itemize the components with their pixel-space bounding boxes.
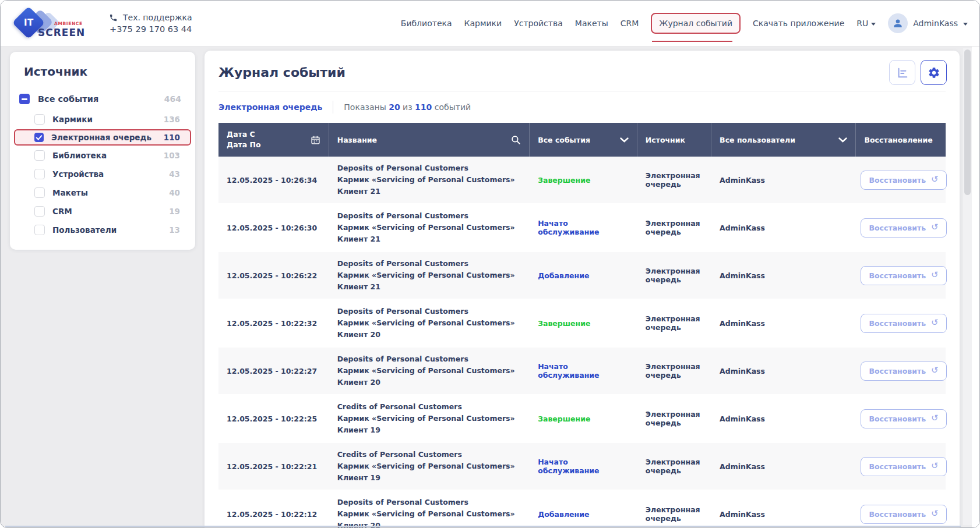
cell-source: Электронная очередь [637,309,711,338]
restore-icon: ↺ [931,318,939,327]
source-tree-item[interactable]: Электронная очередь 110 [14,129,191,146]
cell-user: AdminKass [711,265,856,286]
cell-name: Credits of Personal CustomersКармик «Ser… [329,395,530,442]
tree-item-count: 110 [164,133,180,142]
chevron-down-icon[interactable] [838,137,847,143]
header-event-dropdown[interactable]: Все события [530,123,637,157]
calendar-icon[interactable] [311,135,320,145]
chevron-down-icon[interactable] [620,137,629,143]
checkbox[interactable] [34,225,45,235]
restore-button[interactable]: Восстановить ↺ [861,171,946,190]
cell-name: Deposits of Personal CustomersКармик «Se… [329,491,530,528]
header-user-label: Все пользователи [720,136,795,144]
shown-count: 20 [389,102,400,112]
cell-event: Завершение [530,170,637,190]
user-menu[interactable]: AdminKass [888,13,968,33]
cell-event: Добавление [530,504,637,525]
nav-item-crm[interactable]: CRM [621,19,639,28]
table-row: 12.05.2025 - 10:22:27 Deposits of Person… [218,348,946,395]
checkbox[interactable] [34,187,45,198]
restore-button[interactable]: Восстановить ↺ [861,218,946,238]
restore-button[interactable]: Восстановить ↺ [861,457,946,476]
cell-restore: Восстановить ↺ [856,403,946,434]
total-count: 110 [415,102,432,112]
nav-item-active[interactable]: Журнал событий [651,13,741,34]
tree-item-count: 40 [169,188,180,197]
restore-button[interactable]: Восстановить ↺ [861,266,946,285]
cell-source: Электронная очередь [637,404,711,433]
nav-item-библиотека[interactable]: Библиотека [401,19,452,28]
header-name-search[interactable]: Название [329,123,530,157]
app-window: IT AMBIENCE SCREEN Тех. поддержка +375 2… [0,0,980,528]
checkbox[interactable] [34,150,45,161]
source-tree-item[interactable]: CRM 19 [14,203,191,220]
cell-name: Deposits of Personal CustomersКармик «Se… [329,157,530,203]
search-icon[interactable] [510,134,521,145]
tree-item-count: 13 [169,225,180,235]
event-log-panel: Журнал событий Электронная очередь [205,51,960,527]
nav-item-макеты[interactable]: Макеты [575,19,608,28]
cell-restore: Восстановить ↺ [856,260,946,291]
cell-user: AdminKass [711,170,856,190]
cell-event: Начато обслуживание [530,452,637,481]
cell-source: Электронная очередь [637,261,711,290]
header-date-filter[interactable]: Дата С Дата По [218,123,329,157]
language-selector[interactable]: RU [856,19,876,28]
vertical-scrollbar[interactable] [963,48,972,525]
restore-button[interactable]: Восстановить ↺ [861,409,946,428]
event-table: Дата С Дата По Название [218,123,946,528]
source-tree-item[interactable]: Макеты 40 [14,184,191,201]
checkbox[interactable] [34,114,45,125]
tree-item-label: Пользователи [52,225,161,235]
chevron-down-icon [871,23,876,26]
tree-root-all-events[interactable]: Все события 464 [10,90,195,110]
source-filter-panel: Источник Все события 464 Кармики 136 Эле… [10,52,195,250]
restore-button[interactable]: Восстановить ↺ [861,505,946,524]
scrollbar-thumb[interactable] [964,49,971,195]
chevron-down-icon [963,23,968,26]
restore-icon: ↺ [931,175,939,184]
restore-button[interactable]: Восстановить ↺ [861,314,946,333]
bottom-edge-line [5,526,961,527]
nav-item-устройства[interactable]: Устройства [514,19,563,28]
toolbar [889,60,947,85]
source-tree-item[interactable]: Библиотека 103 [14,147,191,164]
checkbox[interactable] [34,206,45,217]
checkbox[interactable] [34,169,45,179]
logo[interactable]: IT AMBIENCE SCREEN [11,6,94,40]
cell-user: AdminKass [711,409,856,429]
settings-button[interactable] [921,60,947,85]
cell-restore: Восстановить ↺ [856,308,946,339]
tree-item-label: Устройства [52,169,161,179]
right-gutter [972,47,979,527]
header-restore: Восстановление [856,123,946,157]
indeterminate-checkbox[interactable] [19,94,30,104]
restore-icon: ↺ [931,223,939,232]
tree-item-label: Кармики [52,115,156,124]
nav-item-кармики[interactable]: Кармики [464,19,502,28]
active-filter-link[interactable]: Электронная очередь [218,102,322,112]
restore-icon: ↺ [931,414,939,423]
header-date-to: Дата По [227,141,261,149]
cell-event: Начато обслуживание [530,356,637,385]
nav-item-скачать-приложение[interactable]: Скачать приложение [753,19,844,28]
source-tree: Все события 464 Кармики 136 Электронная … [10,90,195,239]
cell-date: 12.05.2025 - 10:22:25 [218,409,329,429]
source-tree-item[interactable]: Устройства 43 [14,165,191,183]
cell-source: Электронная очередь [637,165,711,194]
chart-view-button[interactable] [889,60,915,85]
table-row: 12.05.2025 - 10:26:34 Deposits of Person… [218,157,946,204]
tree-item-label: Макеты [52,188,161,197]
table-row: 12.05.2025 - 10:22:25 Credits of Persona… [218,395,946,443]
header-user-dropdown[interactable]: Все пользователи [711,123,856,157]
source-tree-item[interactable]: Кармики 136 [14,111,191,128]
header-source-label: Источник [646,136,685,144]
support-phone: +375 29 170 63 44 [110,24,192,34]
checkbox[interactable] [34,133,44,142]
table-header: Дата С Дата По Название [218,123,946,157]
source-tree-item[interactable]: Пользователи 13 [14,221,191,239]
table-body: 12.05.2025 - 10:26:34 Deposits of Person… [218,157,946,528]
restore-button[interactable]: Восстановить ↺ [861,362,946,381]
shown-count-text: Показаны 20 из 110 событий [344,102,471,112]
cell-name: Deposits of Personal CustomersКармик «Se… [329,300,530,346]
